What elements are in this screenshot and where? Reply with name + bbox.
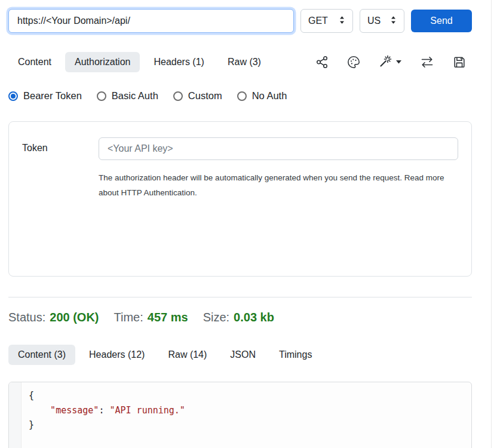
radio-icon[interactable] [97, 91, 106, 101]
method-select-value: GET [308, 16, 328, 26]
request-url-bar: GET US Send [8, 8, 472, 33]
tab-raw[interactable]: Raw (3) [218, 52, 271, 72]
status-value: 200 (OK) [50, 311, 99, 324]
auth-option-no-auth[interactable]: No Auth [237, 90, 287, 102]
tab-headers[interactable]: Headers (1) [144, 52, 213, 72]
share-icon[interactable] [315, 56, 329, 69]
chevron-down-icon [396, 60, 401, 64]
radio-icon[interactable] [173, 91, 183, 101]
response-tabs-bar: Content (3) Headers (12) Raw (14) JSON T… [8, 345, 472, 365]
response-body-panel: {"message": "API running."} [8, 382, 472, 448]
code-line: "message": "API running." [29, 403, 464, 418]
time-label: Time: [114, 311, 143, 324]
radio-selected-icon[interactable] [8, 91, 18, 101]
magic-wand-icon[interactable] [379, 55, 401, 69]
send-button[interactable]: Send [411, 10, 472, 32]
status-label: Status: [8, 311, 45, 324]
auth-option-label: Custom [188, 90, 222, 102]
request-tabs-bar: Content Authorization Headers (1) Raw (3… [8, 52, 472, 72]
time-value: 457 ms [148, 311, 188, 324]
tab-authorization[interactable]: Authorization [65, 52, 140, 72]
updown-caret-icon [339, 16, 345, 27]
auth-option-basic-auth[interactable]: Basic Auth [97, 90, 158, 102]
tab-response-content[interactable]: Content (3) [8, 345, 75, 365]
code-gutter [9, 382, 22, 448]
tab-response-headers[interactable]: Headers (12) [79, 345, 154, 365]
url-input[interactable] [8, 9, 294, 33]
auth-option-bearer-token[interactable]: Bearer Token [8, 90, 82, 102]
auth-option-label: Bearer Token [23, 90, 82, 102]
method-select[interactable]: GET [300, 9, 353, 33]
auth-option-label: Basic Auth [112, 90, 158, 102]
token-input[interactable] [99, 137, 458, 160]
token-panel: Token The authorization header will be a… [8, 121, 472, 277]
code-line: } [29, 418, 464, 432]
page-scrollbar-track[interactable] [491, 0, 492, 448]
size-value: 0.03 kb [234, 311, 274, 324]
status-group: Status:200 (OK) [8, 311, 99, 324]
auth-type-options: Bearer Token Basic Auth Custom No Auth [8, 90, 472, 102]
auth-option-custom[interactable]: Custom [173, 90, 222, 102]
token-label: Token [22, 137, 99, 260]
json-value: "API running." [109, 405, 185, 416]
api-client-page: GET US Send Content Authorization Header… [0, 0, 480, 448]
request-response-divider [8, 297, 472, 297]
updown-caret-icon [390, 16, 397, 27]
request-toolbar [315, 55, 472, 69]
time-group: Time:457 ms [114, 311, 188, 324]
tab-content[interactable]: Content [8, 52, 61, 72]
tab-response-json[interactable]: JSON [220, 345, 265, 365]
radio-icon[interactable] [237, 91, 247, 101]
size-label: Size: [203, 311, 229, 324]
server-select-value: US [367, 16, 381, 26]
response-json-code[interactable]: {"message": "API running."} [22, 382, 471, 448]
json-key: "message" [50, 405, 99, 416]
size-group: Size:0.03 kb [203, 311, 274, 324]
response-status-bar: Status:200 (OK) Time:457 ms Size:0.03 kb [8, 311, 472, 324]
code-line: { [29, 388, 464, 403]
tab-response-raw[interactable]: Raw (14) [158, 345, 216, 365]
swap-arrows-icon[interactable] [420, 55, 434, 69]
token-help-text: The authorization header will be automat… [99, 170, 457, 200]
tab-response-timings[interactable]: Timings [269, 345, 321, 365]
token-field-wrap: The authorization header will be automat… [99, 137, 458, 260]
auth-option-label: No Auth [252, 90, 287, 102]
server-select[interactable]: US [360, 9, 404, 33]
palette-icon[interactable] [347, 56, 360, 69]
save-icon[interactable] [453, 56, 466, 69]
